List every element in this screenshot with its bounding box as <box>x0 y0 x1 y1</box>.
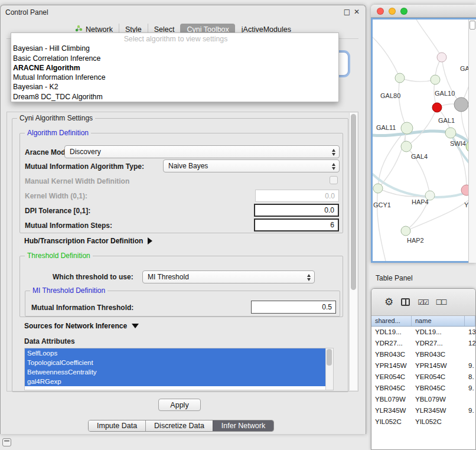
data-attributes-label: Data Attributes <box>24 337 75 345</box>
table-cell: 12 <box>465 338 475 349</box>
mi-threshold-title: MI Threshold Definition <box>30 286 107 295</box>
algorithm-option[interactable]: Mutual Information Inference <box>11 73 338 82</box>
table-cell: 13 <box>465 327 475 338</box>
algorithm-option[interactable]: Bayesian - K2 <box>11 82 338 92</box>
network-graph[interactable]: GAL80GAL10GALGAL11GAL1SWI4GAL4GCY1HAP4HA… <box>373 19 474 261</box>
control-panel-title: Control Panel <box>5 8 48 17</box>
table-cell: YLR345W <box>371 405 412 416</box>
apply-button[interactable]: Apply <box>158 399 201 411</box>
table-row[interactable]: YDR27...YDR27...12 <box>371 338 475 349</box>
table-header-row: shared...name <box>371 316 475 327</box>
mi-steps-field[interactable]: 6 <box>254 219 339 231</box>
table-cell: 8. <box>465 371 475 383</box>
node-label: GAL80 <box>380 92 400 99</box>
algorithm-option[interactable]: Basic Correlation Inference <box>11 54 338 63</box>
settings-scrollbar[interactable] <box>349 113 357 390</box>
attribute-item[interactable]: BetweennessCentrality <box>25 367 325 377</box>
table-cell: YER054C <box>412 371 465 383</box>
spinner-arrows-icon <box>332 149 335 156</box>
dpi-tolerance-field[interactable]: 0.0 <box>254 204 339 217</box>
attribute-item[interactable]: TopologicalCoefficient <box>25 358 325 367</box>
scrollbar-thumb[interactable] <box>327 349 332 366</box>
table-row[interactable]: YER054CYER054C8. <box>371 371 475 383</box>
attributes-scrollbar[interactable] <box>325 348 333 390</box>
algorithm-option[interactable]: Dream8 DC_TDC Algorithm <box>11 92 338 102</box>
table-row[interactable]: YBR043CYBR043C <box>371 349 475 360</box>
network-node-gal1[interactable] <box>445 128 456 138</box>
network-node-gal10[interactable] <box>431 75 440 84</box>
mi-type-value: Naive Bayes <box>168 162 208 170</box>
table-cell: YBL079W <box>412 394 465 405</box>
node-label: GAL4 <box>411 153 428 160</box>
network-node-gal11[interactable] <box>401 122 413 134</box>
table-row[interactable]: YBL079WYBL079W <box>371 394 475 405</box>
network-node-pink-top[interactable] <box>437 53 446 62</box>
kernel-width-label: Kernel Width (0,1): <box>25 192 87 200</box>
network-node-gal80[interactable] <box>395 73 405 83</box>
sources-expander[interactable]: Sources for Network Inference <box>24 322 139 330</box>
tab-impute-data[interactable]: Impute Data <box>89 420 145 431</box>
collapsed-panel-icon[interactable] <box>2 438 11 446</box>
dpi-tolerance-label: DPI Tolerance [0,1]: <box>25 207 90 215</box>
settings-scrollpane: Cyni Algorithm Settings Algorithm Defini… <box>6 112 358 392</box>
column-header[interactable]: name <box>412 316 465 326</box>
kernel-width-field[interactable]: 0.0 <box>255 190 339 202</box>
float-window-icon[interactable]: □ <box>344 8 350 16</box>
node-label: HAP4 <box>412 198 429 206</box>
node-label: GCY1 <box>373 201 391 208</box>
algorithm-option[interactable]: ARACNE Algorithm <box>11 63 338 73</box>
table-cell: YER054C <box>371 371 412 383</box>
algorithm-option[interactable]: Bayesian - Hill Climbing <box>11 44 338 53</box>
attribute-item[interactable]: gal4RGexp <box>25 377 325 386</box>
gear-icon[interactable]: ⚙ <box>384 297 393 307</box>
zoom-window-icon[interactable] <box>400 8 407 15</box>
table-toolbar: ⚙ ☑☑ ☐☐ <box>371 289 475 316</box>
deselect-all-checkboxes-icon[interactable]: ☐☐ <box>436 298 446 306</box>
scrollbar-thumb[interactable] <box>351 114 356 290</box>
mi-type-label: Mutual Information Algorithm Type: <box>25 162 144 171</box>
threshold-definition-group: Threshold Definition Which threshold to … <box>19 256 343 317</box>
attribute-item[interactable]: SelfLoops <box>25 348 325 358</box>
table-row[interactable]: YPR145WYPR145W9. <box>371 360 475 371</box>
close-window-icon[interactable]: ✕ <box>354 8 360 16</box>
table-row[interactable]: YDL19...YDL19...13 <box>371 327 475 338</box>
mi-threshold-label: Mutual Information Threshold: <box>31 304 133 312</box>
table-cell: YDR27... <box>371 338 412 349</box>
table-cell: YBR045C <box>412 383 465 394</box>
table-row[interactable]: YLR345WYLR345W9. <box>371 405 475 416</box>
table-row[interactable]: YBR045CYBR045C9. <box>371 383 475 394</box>
table-panel-title: Table Panel <box>376 274 413 282</box>
manual-kernel-checkbox[interactable] <box>330 176 338 184</box>
network-node-gray-node[interactable] <box>454 97 468 112</box>
hub-definition-label: Hub/Transcription Factor Definition <box>24 237 143 245</box>
network-canvas[interactable]: GAL80GAL10GALGAL11GAL1SWI4GAL4GCY1HAP4HA… <box>371 18 476 263</box>
close-window-icon[interactable] <box>377 8 384 15</box>
expanded-arrow-icon <box>132 324 139 328</box>
node-label: GAL1 <box>438 117 455 124</box>
data-attributes-list[interactable]: SelfLoopsTopologicalCoefficientBetweenne… <box>24 348 334 390</box>
table-cell: 9. <box>465 360 475 371</box>
mi-algorithm-type-select[interactable]: Naive Bayes <box>163 159 340 172</box>
select-all-checkboxes-icon[interactable]: ☑☑ <box>418 298 428 306</box>
column-header[interactable]: shared... <box>371 316 412 326</box>
table-row[interactable]: YIL052CYIL052C <box>371 416 475 428</box>
column-header[interactable] <box>465 316 475 326</box>
scrollbar-thumb[interactable] <box>470 21 475 30</box>
column-layout-icon[interactable] <box>401 298 410 306</box>
tab-discretize-data[interactable]: Discretize Data <box>145 420 213 431</box>
data-attributes-rows: SelfLoopsTopologicalCoefficientBetweenne… <box>25 348 325 390</box>
network-scrollbar[interactable] <box>468 19 476 263</box>
which-threshold-select[interactable]: MI Threshold <box>142 270 315 283</box>
minimize-window-icon[interactable] <box>389 8 396 15</box>
table-cell: YPR145W <box>412 360 465 371</box>
aracne-mode-select[interactable]: Discovery <box>64 145 340 158</box>
sources-label: Sources for Network Inference <box>24 322 127 330</box>
mi-threshold-field[interactable]: 0.5 <box>251 301 336 314</box>
tab-infer-network[interactable]: Infer Network <box>213 420 273 431</box>
node-label: GAL11 <box>376 124 396 131</box>
network-node-gal4[interactable] <box>401 141 412 152</box>
network-node-hap2[interactable] <box>401 226 410 236</box>
network-node-gcy1[interactable] <box>373 184 383 193</box>
hub-definition-expander[interactable]: Hub/Transcription Factor Definition <box>24 237 152 245</box>
network-node-red-node[interactable] <box>432 103 442 112</box>
